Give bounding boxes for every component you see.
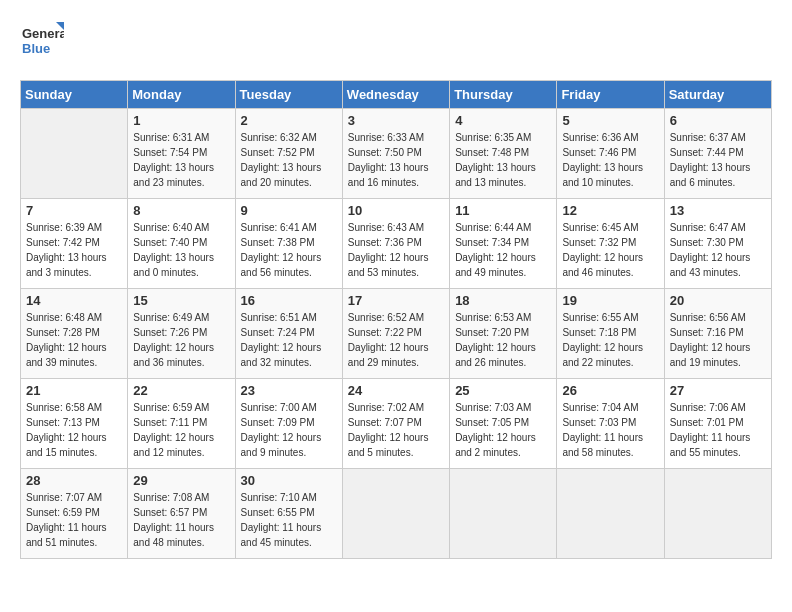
day-number: 1 xyxy=(133,113,229,128)
day-info: Sunrise: 6:51 AM Sunset: 7:24 PM Dayligh… xyxy=(241,310,337,370)
day-info: Sunrise: 7:08 AM Sunset: 6:57 PM Dayligh… xyxy=(133,490,229,550)
day-info: Sunrise: 7:02 AM Sunset: 7:07 PM Dayligh… xyxy=(348,400,444,460)
calendar-cell: 30 Sunrise: 7:10 AM Sunset: 6:55 PM Dayl… xyxy=(235,469,342,559)
day-number: 20 xyxy=(670,293,766,308)
day-info: Sunrise: 7:10 AM Sunset: 6:55 PM Dayligh… xyxy=(241,490,337,550)
calendar-cell: 20 Sunrise: 6:56 AM Sunset: 7:16 PM Dayl… xyxy=(664,289,771,379)
calendar-cell: 5 Sunrise: 6:36 AM Sunset: 7:46 PM Dayli… xyxy=(557,109,664,199)
day-info: Sunrise: 6:41 AM Sunset: 7:38 PM Dayligh… xyxy=(241,220,337,280)
day-info: Sunrise: 6:56 AM Sunset: 7:16 PM Dayligh… xyxy=(670,310,766,370)
day-info: Sunrise: 6:37 AM Sunset: 7:44 PM Dayligh… xyxy=(670,130,766,190)
day-info: Sunrise: 6:58 AM Sunset: 7:13 PM Dayligh… xyxy=(26,400,122,460)
day-info: Sunrise: 6:55 AM Sunset: 7:18 PM Dayligh… xyxy=(562,310,658,370)
day-info: Sunrise: 6:48 AM Sunset: 7:28 PM Dayligh… xyxy=(26,310,122,370)
day-number: 7 xyxy=(26,203,122,218)
calendar-cell: 10 Sunrise: 6:43 AM Sunset: 7:36 PM Dayl… xyxy=(342,199,449,289)
day-info: Sunrise: 6:45 AM Sunset: 7:32 PM Dayligh… xyxy=(562,220,658,280)
day-info: Sunrise: 7:00 AM Sunset: 7:09 PM Dayligh… xyxy=(241,400,337,460)
day-info: Sunrise: 6:32 AM Sunset: 7:52 PM Dayligh… xyxy=(241,130,337,190)
weekday-header: Friday xyxy=(557,81,664,109)
day-number: 28 xyxy=(26,473,122,488)
day-info: Sunrise: 6:39 AM Sunset: 7:42 PM Dayligh… xyxy=(26,220,122,280)
calendar-cell xyxy=(21,109,128,199)
day-number: 26 xyxy=(562,383,658,398)
day-number: 16 xyxy=(241,293,337,308)
page-header: General Blue xyxy=(20,20,772,64)
day-info: Sunrise: 6:47 AM Sunset: 7:30 PM Dayligh… xyxy=(670,220,766,280)
day-info: Sunrise: 6:40 AM Sunset: 7:40 PM Dayligh… xyxy=(133,220,229,280)
day-number: 9 xyxy=(241,203,337,218)
calendar-cell: 18 Sunrise: 6:53 AM Sunset: 7:20 PM Dayl… xyxy=(450,289,557,379)
calendar-cell: 27 Sunrise: 7:06 AM Sunset: 7:01 PM Dayl… xyxy=(664,379,771,469)
day-number: 11 xyxy=(455,203,551,218)
day-number: 24 xyxy=(348,383,444,398)
day-number: 3 xyxy=(348,113,444,128)
calendar-cell xyxy=(557,469,664,559)
day-info: Sunrise: 6:35 AM Sunset: 7:48 PM Dayligh… xyxy=(455,130,551,190)
day-info: Sunrise: 7:06 AM Sunset: 7:01 PM Dayligh… xyxy=(670,400,766,460)
calendar-cell: 1 Sunrise: 6:31 AM Sunset: 7:54 PM Dayli… xyxy=(128,109,235,199)
calendar-cell: 2 Sunrise: 6:32 AM Sunset: 7:52 PM Dayli… xyxy=(235,109,342,199)
calendar-cell: 22 Sunrise: 6:59 AM Sunset: 7:11 PM Dayl… xyxy=(128,379,235,469)
calendar-cell: 4 Sunrise: 6:35 AM Sunset: 7:48 PM Dayli… xyxy=(450,109,557,199)
day-number: 22 xyxy=(133,383,229,398)
day-number: 13 xyxy=(670,203,766,218)
day-info: Sunrise: 6:31 AM Sunset: 7:54 PM Dayligh… xyxy=(133,130,229,190)
day-number: 5 xyxy=(562,113,658,128)
day-number: 14 xyxy=(26,293,122,308)
day-number: 23 xyxy=(241,383,337,398)
day-number: 30 xyxy=(241,473,337,488)
calendar-cell: 14 Sunrise: 6:48 AM Sunset: 7:28 PM Dayl… xyxy=(21,289,128,379)
calendar-cell: 13 Sunrise: 6:47 AM Sunset: 7:30 PM Dayl… xyxy=(664,199,771,289)
day-info: Sunrise: 6:53 AM Sunset: 7:20 PM Dayligh… xyxy=(455,310,551,370)
calendar-cell: 7 Sunrise: 6:39 AM Sunset: 7:42 PM Dayli… xyxy=(21,199,128,289)
day-number: 21 xyxy=(26,383,122,398)
day-info: Sunrise: 6:36 AM Sunset: 7:46 PM Dayligh… xyxy=(562,130,658,190)
day-info: Sunrise: 7:07 AM Sunset: 6:59 PM Dayligh… xyxy=(26,490,122,550)
calendar-cell: 24 Sunrise: 7:02 AM Sunset: 7:07 PM Dayl… xyxy=(342,379,449,469)
logo: General Blue xyxy=(20,20,64,64)
calendar-cell: 23 Sunrise: 7:00 AM Sunset: 7:09 PM Dayl… xyxy=(235,379,342,469)
day-number: 19 xyxy=(562,293,658,308)
calendar-cell: 29 Sunrise: 7:08 AM Sunset: 6:57 PM Dayl… xyxy=(128,469,235,559)
svg-text:General: General xyxy=(22,26,64,41)
day-number: 10 xyxy=(348,203,444,218)
weekday-header: Sunday xyxy=(21,81,128,109)
calendar-table: SundayMondayTuesdayWednesdayThursdayFrid… xyxy=(20,80,772,559)
weekday-header: Saturday xyxy=(664,81,771,109)
day-number: 15 xyxy=(133,293,229,308)
day-info: Sunrise: 6:49 AM Sunset: 7:26 PM Dayligh… xyxy=(133,310,229,370)
calendar-cell: 16 Sunrise: 6:51 AM Sunset: 7:24 PM Dayl… xyxy=(235,289,342,379)
calendar-cell: 9 Sunrise: 6:41 AM Sunset: 7:38 PM Dayli… xyxy=(235,199,342,289)
calendar-cell xyxy=(450,469,557,559)
calendar-cell: 6 Sunrise: 6:37 AM Sunset: 7:44 PM Dayli… xyxy=(664,109,771,199)
day-info: Sunrise: 7:03 AM Sunset: 7:05 PM Dayligh… xyxy=(455,400,551,460)
svg-text:Blue: Blue xyxy=(22,41,50,56)
calendar-cell: 28 Sunrise: 7:07 AM Sunset: 6:59 PM Dayl… xyxy=(21,469,128,559)
day-number: 8 xyxy=(133,203,229,218)
day-info: Sunrise: 6:44 AM Sunset: 7:34 PM Dayligh… xyxy=(455,220,551,280)
day-number: 27 xyxy=(670,383,766,398)
calendar-cell: 15 Sunrise: 6:49 AM Sunset: 7:26 PM Dayl… xyxy=(128,289,235,379)
day-info: Sunrise: 6:52 AM Sunset: 7:22 PM Dayligh… xyxy=(348,310,444,370)
calendar-cell: 21 Sunrise: 6:58 AM Sunset: 7:13 PM Dayl… xyxy=(21,379,128,469)
weekday-header: Tuesday xyxy=(235,81,342,109)
day-number: 17 xyxy=(348,293,444,308)
day-info: Sunrise: 7:04 AM Sunset: 7:03 PM Dayligh… xyxy=(562,400,658,460)
day-info: Sunrise: 6:33 AM Sunset: 7:50 PM Dayligh… xyxy=(348,130,444,190)
calendar-cell: 12 Sunrise: 6:45 AM Sunset: 7:32 PM Dayl… xyxy=(557,199,664,289)
calendar-cell: 3 Sunrise: 6:33 AM Sunset: 7:50 PM Dayli… xyxy=(342,109,449,199)
day-number: 25 xyxy=(455,383,551,398)
weekday-header: Thursday xyxy=(450,81,557,109)
weekday-header: Wednesday xyxy=(342,81,449,109)
day-number: 18 xyxy=(455,293,551,308)
calendar-cell: 11 Sunrise: 6:44 AM Sunset: 7:34 PM Dayl… xyxy=(450,199,557,289)
weekday-header: Monday xyxy=(128,81,235,109)
calendar-cell xyxy=(342,469,449,559)
calendar-cell: 17 Sunrise: 6:52 AM Sunset: 7:22 PM Dayl… xyxy=(342,289,449,379)
day-number: 2 xyxy=(241,113,337,128)
logo-icon: General Blue xyxy=(20,20,64,64)
day-number: 29 xyxy=(133,473,229,488)
day-number: 6 xyxy=(670,113,766,128)
calendar-cell xyxy=(664,469,771,559)
